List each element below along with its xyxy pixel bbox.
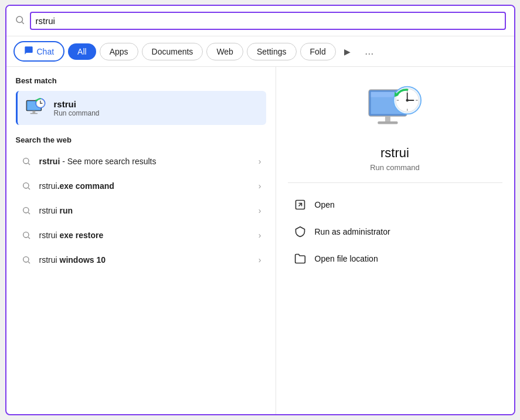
open-label: Open (315, 200, 335, 209)
chevron-right-icon: › (259, 181, 261, 191)
svg-rect-24 (385, 116, 390, 121)
svg-point-19 (23, 257, 28, 262)
list-item[interactable]: rstrui windows 10 › (16, 248, 266, 272)
search-icon (21, 180, 32, 192)
svg-point-13 (23, 183, 28, 188)
tab-folders[interactable]: Fold (300, 43, 336, 60)
tab-documents[interactable]: Documents (142, 43, 203, 60)
best-match-name: rstrui (54, 99, 100, 109)
tab-chat[interactable]: Chat (13, 41, 65, 62)
tabs-more-button[interactable]: … (359, 43, 380, 60)
svg-point-34 (406, 99, 409, 102)
web-item-text: rstrui exe restore (39, 231, 251, 240)
tab-documents-label: Documents (152, 47, 193, 56)
chevron-right-icon: › (259, 231, 261, 240)
tab-apps[interactable]: Apps (100, 43, 138, 60)
chat-icon (24, 46, 33, 57)
tab-apps-label: Apps (110, 47, 128, 56)
search-icon (21, 254, 32, 266)
web-section-label: Search the web (16, 136, 266, 144)
svg-line-12 (28, 163, 30, 165)
best-match-label: Best match (16, 76, 266, 85)
web-item-text: rstrui run (39, 206, 251, 215)
tabs-row: Chat All Apps Documents Web Settings Fol… (6, 36, 514, 67)
search-icon (21, 155, 32, 167)
list-item[interactable]: rstrui - See more search results › (16, 149, 266, 174)
shield-icon (294, 225, 307, 238)
best-match-subtitle: Run command (54, 109, 100, 117)
tab-web[interactable]: Web (206, 43, 243, 60)
web-item-text: rstrui windows 10 (39, 255, 251, 265)
folder-icon (294, 252, 307, 265)
list-item[interactable]: rstrui exe restore › (16, 223, 266, 248)
open-action[interactable]: Open (288, 191, 502, 218)
svg-line-14 (28, 188, 30, 189)
tab-settings[interactable]: Settings (247, 43, 297, 60)
tab-all-label: All (77, 47, 87, 56)
tab-web-label: Web (216, 47, 233, 56)
svg-line-1 (22, 22, 23, 23)
svg-point-17 (23, 232, 28, 238)
tab-settings-label: Settings (257, 47, 287, 56)
open-file-location-label: Open file location (315, 254, 378, 263)
svg-line-20 (28, 262, 30, 263)
rstrui-icon (25, 97, 47, 119)
web-item-text: rstrui - See more search results (39, 157, 251, 166)
action-list: Open Run as administrator (288, 191, 502, 272)
right-panel-app-type: Run command (370, 163, 420, 172)
svg-rect-25 (378, 121, 397, 124)
chevron-right-icon: › (259, 157, 261, 166)
svg-line-16 (28, 212, 30, 214)
chevron-right-icon: › (259, 255, 261, 265)
right-panel: rstrui Run command Open (276, 67, 514, 414)
search-input[interactable]: rstrui (30, 12, 506, 30)
tabs-scroll-right-button[interactable]: ▶ (339, 44, 355, 59)
left-panel: Best match (6, 67, 276, 414)
main-content: Best match (6, 67, 514, 414)
search-window: rstrui Chat All Apps Documents Web Setti… (5, 5, 515, 415)
search-bar: rstrui (6, 6, 514, 36)
svg-rect-4 (32, 111, 35, 113)
best-match-item[interactable]: rstrui Run command (16, 91, 266, 125)
run-as-admin-action[interactable]: Run as administrator (288, 218, 502, 245)
app-large-icon (366, 84, 424, 137)
web-item-text: rstrui.exe command (39, 181, 251, 191)
chevron-right-icon: › (259, 206, 261, 215)
list-item[interactable]: rstrui run › (16, 198, 266, 223)
divider (288, 182, 502, 183)
svg-point-0 (16, 16, 23, 23)
open-icon (294, 198, 307, 211)
run-as-admin-label: Run as administrator (315, 227, 390, 236)
search-icon (15, 15, 25, 28)
tab-folders-label: Fold (310, 47, 326, 56)
search-icon (21, 229, 32, 241)
tab-chat-label: Chat (37, 47, 55, 56)
right-panel-app-name: rstrui (380, 145, 409, 161)
svg-line-18 (28, 237, 30, 239)
search-icon (21, 205, 32, 216)
svg-point-11 (23, 158, 28, 164)
open-file-location-action[interactable]: Open file location (288, 245, 502, 272)
tab-all[interactable]: All (68, 43, 96, 60)
svg-point-15 (23, 208, 28, 213)
best-match-text: rstrui Run command (54, 99, 100, 117)
svg-rect-5 (30, 113, 38, 114)
list-item[interactable]: rstrui.exe command › (16, 174, 266, 198)
